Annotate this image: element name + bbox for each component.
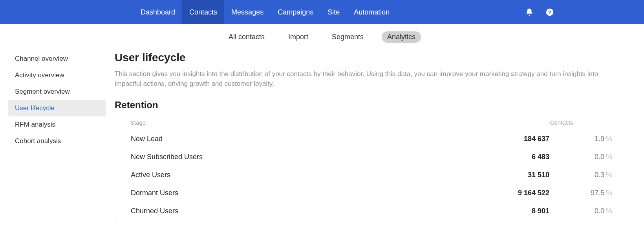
sidebar-item-cohort-analysis[interactable]: Cohort analysis <box>8 133 106 149</box>
help-icon[interactable]: ? <box>545 7 554 17</box>
sidebar-item-segment-overview[interactable]: Segment overview <box>8 84 106 100</box>
pct-value: 0.0 <box>595 207 604 215</box>
subnav-segments[interactable]: Segments <box>326 31 369 43</box>
pct-value: 0.0 <box>595 153 604 161</box>
nav-tab-messages[interactable]: Messages <box>224 0 271 24</box>
table-body: New Lead 184 637 1.9% New Subscribed Use… <box>115 130 628 220</box>
td-count: 184 637 <box>487 135 549 143</box>
subnav-analytics[interactable]: Analytics <box>382 31 421 43</box>
pct-value: 0.3 <box>595 171 604 179</box>
td-count: 31 510 <box>487 171 549 179</box>
main: User lifecycle This section gives you in… <box>106 51 628 220</box>
topnav-right: ? <box>525 7 628 17</box>
table-row[interactable]: Active Users 31 510 0.3% <box>115 166 628 184</box>
td-stage: Active Users <box>131 171 487 179</box>
td-stage: New Subscribed Users <box>131 153 487 161</box>
nav-tab-campaigns[interactable]: Campaigns <box>271 0 320 24</box>
nav-tab-automation[interactable]: Automation <box>347 0 397 24</box>
td-pct: 0.3% <box>549 171 612 179</box>
nav-tab-contacts[interactable]: Contacts <box>182 0 224 24</box>
table-headers: Stage Contacts <box>115 119 628 130</box>
td-count: 9 164 522 <box>487 189 549 197</box>
nav-tab-site[interactable]: Site <box>320 0 347 24</box>
table-row[interactable]: New Lead 184 637 1.9% <box>115 130 628 148</box>
td-stage: Churned Users <box>131 207 487 215</box>
td-stage: Dormant Users <box>131 189 487 197</box>
table-row[interactable]: New Subscribed Users 6 483 0.0% <box>115 148 628 166</box>
td-stage: New Lead <box>131 135 487 143</box>
pct-value: 1.9 <box>595 135 604 143</box>
th-contacts: Contacts <box>510 119 613 126</box>
account-menu[interactable] <box>565 7 628 17</box>
sidebar: Channel overview Activity overview Segme… <box>8 51 106 220</box>
topnav-tabs: Dashboard Contacts Messages Campaigns Si… <box>134 0 397 24</box>
topnav: Dashboard Contacts Messages Campaigns Si… <box>0 0 644 24</box>
nav-tab-dashboard[interactable]: Dashboard <box>134 0 182 24</box>
page-title: User lifecycle <box>115 51 628 64</box>
page-description: This section gives you insights into the… <box>115 69 606 89</box>
table-row[interactable]: Dormant Users 9 164 522 97.5% <box>115 184 628 202</box>
pct-sign: % <box>606 207 612 215</box>
sidebar-item-channel-overview[interactable]: Channel overview <box>8 51 106 67</box>
td-pct: 0.0% <box>549 153 612 161</box>
sidebar-item-activity-overview[interactable]: Activity overview <box>8 67 106 84</box>
td-count: 8 901 <box>487 207 549 215</box>
td-pct: 97.5% <box>549 189 612 197</box>
td-pct: 0.0% <box>549 207 612 215</box>
bell-icon[interactable] <box>525 7 534 17</box>
pct-sign: % <box>606 153 612 161</box>
content: Channel overview Activity overview Segme… <box>0 47 644 236</box>
pct-sign: % <box>606 135 612 143</box>
sidebar-item-rfm-analysis[interactable]: RFM analysis <box>8 116 106 133</box>
td-count: 6 483 <box>487 153 549 161</box>
subnav-import[interactable]: Import <box>283 31 314 43</box>
pct-sign: % <box>606 189 612 197</box>
sidebar-item-user-lifecycle[interactable]: User lifecycle <box>8 100 106 116</box>
td-pct: 1.9% <box>549 135 612 143</box>
pct-value: 97.5 <box>591 189 604 197</box>
svg-text:?: ? <box>548 9 551 15</box>
subnav-all-contacts[interactable]: All contacts <box>223 31 270 43</box>
pct-sign: % <box>606 171 612 179</box>
table-row[interactable]: Churned Users 8 901 0.0% <box>115 202 628 220</box>
section-title-retention: Retention <box>115 100 628 111</box>
th-stage: Stage <box>130 119 510 126</box>
subnav: All contacts Import Segments Analytics <box>0 24 644 47</box>
